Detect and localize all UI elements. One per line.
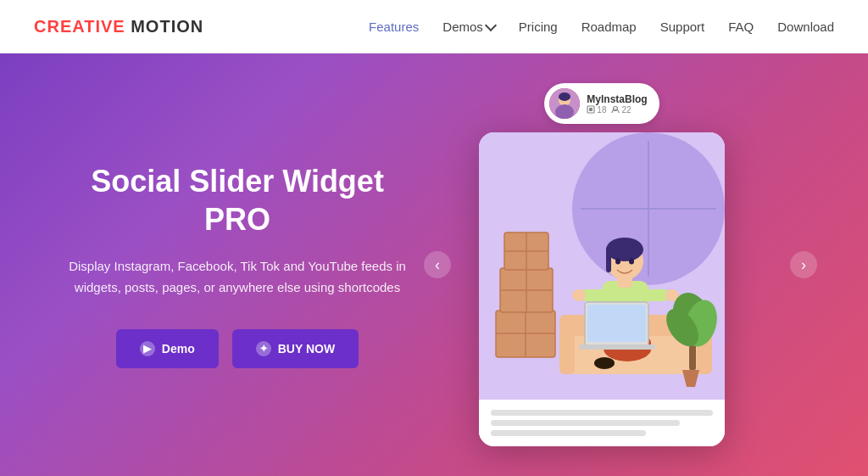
caption-line-3 [491,430,646,436]
logo-motion-text: MOTION [131,17,203,36]
hero-title: Social Slider Widget PRO [68,162,407,238]
nav-features[interactable]: Features [369,20,419,34]
caption-line-2 [491,420,680,426]
profile-avatar [549,88,580,119]
demo-button[interactable]: ▶ Demo [116,329,219,368]
profile-info: MyInstaBlog 18 22 [587,93,647,115]
svg-rect-40 [579,344,655,350]
svg-rect-5 [589,108,593,111]
nav-download[interactable]: Download [777,20,834,34]
svg-point-3 [559,92,570,101]
nav-pricing[interactable]: Pricing [519,20,558,34]
demo-icon: ▶ [140,341,155,356]
svg-point-33 [629,259,634,265]
profile-bubble: MyInstaBlog 18 22 [544,83,659,124]
svg-rect-22 [559,315,575,374]
posts-stat: 18 [587,105,606,115]
buynow-icon: ✦ [256,341,271,356]
card-image [479,132,725,400]
hero-buttons: ▶ Demo ✦ BUY NOW [68,329,407,368]
svg-point-32 [615,259,620,265]
chevron-down-icon [485,19,497,31]
arrow-left-button[interactable]: ‹ [424,251,451,278]
nav-support[interactable]: Support [660,20,705,34]
hero-illustration [479,132,725,387]
svg-point-36 [572,289,586,301]
svg-point-30 [606,238,643,261]
main-nav: Features Demos Pricing Roadmap Support F… [369,20,834,34]
hero-text: Social Slider Widget PRO Display Instagr… [0,162,441,368]
card-caption [479,400,725,446]
nav-faq[interactable]: FAQ [728,20,754,34]
profile-stats: 18 22 [587,105,647,115]
profile-name: MyInstaBlog [587,93,647,105]
nav-demos[interactable]: Demos [442,20,495,34]
hero-card-area: MyInstaBlog 18 22 [441,83,763,446]
svg-rect-39 [587,305,646,342]
followers-stat: 22 [611,105,631,115]
buynow-button[interactable]: ✦ BUY NOW [232,329,359,368]
logo-creative: CREATIVE [34,17,125,36]
phone-card [479,132,725,446]
caption-line-1 [491,410,713,416]
logo: CREATIVE MOTION [34,17,203,36]
svg-point-26 [594,357,615,369]
hero-section: Social Slider Widget PRO Display Instagr… [0,53,868,476]
nav-roadmap[interactable]: Roadmap [581,20,637,34]
arrow-right-button[interactable]: › [790,251,817,278]
hero-subtitle: Display Instagram, Facebook, Tik Tok and… [68,255,407,299]
svg-rect-31 [606,247,611,272]
header: CREATIVE MOTION Features Demos Pricing R… [0,0,868,53]
